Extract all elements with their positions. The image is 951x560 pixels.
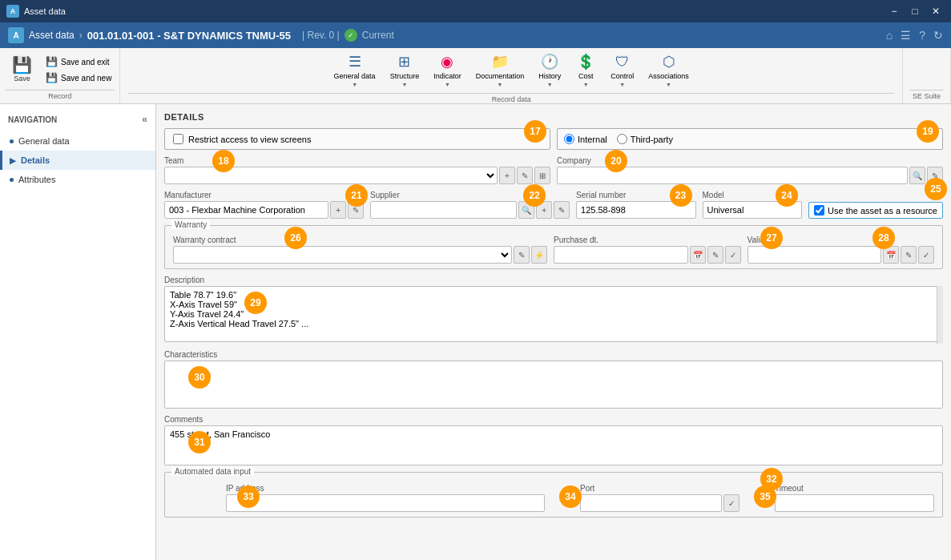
save-label: Save [14,75,30,83]
model-input[interactable] [703,201,803,219]
supplier-add-button[interactable]: + [536,201,552,219]
supplier-input[interactable] [370,201,517,219]
history-button[interactable]: 🕐 History ▼ [533,49,566,91]
window-controls: − □ ✕ [885,4,945,18]
radio-third-party[interactable]: Third-party [617,134,673,144]
breadcrumb-parent[interactable]: Asset data [29,30,75,41]
manufacturer-field-group: 21 Manufacturer + ✎ [164,191,364,219]
warranty-legend: Warranty [171,220,210,229]
use-asset-checkbox[interactable]: Use the asset as a resource [808,202,943,219]
radio-internal-label: Internal [578,135,607,144]
team-field-group: Team + ✎ ⊞ [164,156,550,184]
validity-input[interactable] [748,246,882,264]
ip-address-label: IP address [226,484,545,493]
associations-button[interactable]: ⬡ Associations ▼ [643,49,695,91]
port-input[interactable] [580,494,722,512]
save-button[interactable]: 💾 Save [5,51,39,87]
purchase-date-check-button[interactable]: ✓ [725,246,741,264]
maximize-button[interactable]: □ [906,4,924,18]
supplier-label: Supplier [370,191,570,199]
general-data-button[interactable]: ☰ General data ▼ [328,49,381,91]
manufacturer-edit-button[interactable]: ✎ [348,201,364,219]
serial-number-label: Serial number [576,191,695,199]
save-exit-button[interactable]: 💾 Save and exit [42,54,115,69]
manufacturer-add-button[interactable]: + [330,201,346,219]
radio-third-party-label: Third-party [631,135,673,144]
save-new-button[interactable]: 💾 Save and new [42,71,115,85]
app-icon: A [6,5,19,18]
warranty-lightning-button[interactable]: ⚡ [531,246,547,264]
sidebar-collapse-button[interactable]: « [142,114,147,125]
serial-number-input[interactable] [576,201,695,219]
minimize-button[interactable]: − [885,4,903,18]
timeout-input[interactable] [775,494,934,512]
validity-edit-button[interactable]: ✎ [901,246,917,264]
team-edit-button[interactable]: ✎ [517,167,533,184]
warranty-contract-select[interactable] [173,246,512,264]
structure-button[interactable]: ⊞ Structure ▼ [385,49,425,91]
indicator-label: Indicator [433,72,461,80]
port-check-button[interactable]: ✓ [723,494,739,512]
general-data-label: General data [334,72,376,80]
use-asset-input[interactable] [814,205,824,216]
purchase-date-input[interactable] [554,246,688,264]
close-button[interactable]: ✕ [927,4,945,18]
save-new-icon: 💾 [46,72,58,83]
warranty-contract-input-group: ✎ ⚡ [173,246,547,264]
control-button[interactable]: 🛡 Control ▼ [605,50,639,91]
cost-button[interactable]: 💲 Cost ▼ [570,49,602,91]
supplier-search-button[interactable]: 🔍 [518,201,534,219]
validity-check-button[interactable]: ✓ [918,246,934,264]
indicator-button[interactable]: ◉ Indicator ▼ [428,49,467,91]
radio-internal[interactable]: Internal [564,134,607,144]
nav-refresh-icon[interactable]: ↻ [933,29,943,42]
sidebar-item-attributes[interactable]: Attributes [0,170,155,189]
comments-label: Comments [164,415,943,424]
company-search-button[interactable]: 🔍 [909,167,925,184]
characteristics-area [164,361,943,409]
structure-icon: ⊞ [398,53,410,71]
ip-address-input[interactable] [226,494,545,512]
history-icon: 🕐 [541,53,558,71]
timeout-field-group: Timeout [775,484,934,512]
supplier-edit-button[interactable]: ✎ [554,201,570,219]
purchase-date-edit-button[interactable]: ✎ [707,246,723,264]
nav-help-icon[interactable]: ? [919,29,925,42]
characteristics-label: Characteristics [164,350,943,359]
restrict-access-checkbox[interactable] [173,134,183,144]
access-type-group: Internal Third-party [557,128,943,150]
automated-legend: Automated data input [171,467,254,476]
validity-calendar-button[interactable]: 📅 [883,246,899,264]
nav-home-icon[interactable]: ⌂ [886,29,893,42]
save-exit-label: Save and exit [61,58,110,66]
toolbar: 💾 Save 💾 Save and exit 💾 Save and new Re… [0,48,951,104]
comments-field-group: Comments 455 street, San Francisco [164,415,943,465]
company-label: Company [557,156,943,165]
sidebar-item-details[interactable]: ▶ Details [0,151,155,170]
restrict-access-label: Restrict access to view screens [188,135,311,144]
comments-textarea[interactable]: 455 street, San Francisco [164,425,943,465]
purchase-date-label: Purchase dt. [554,236,741,244]
supplier-input-group: 🔍 + ✎ [370,201,570,219]
cost-label: Cost [578,72,594,80]
nav-list-icon[interactable]: ☰ [901,29,911,42]
team-search-button[interactable]: ⊞ [534,167,550,184]
description-textarea[interactable]: Table 78.7" 19.6" X-Axis Travel 59" Y-Ax… [164,286,943,342]
purchase-date-calendar-button[interactable]: 📅 [690,246,706,264]
purchase-date-field-group: Purchase dt. 📅 ✎ ✓ [554,236,741,264]
warranty-edit-button[interactable]: ✎ [514,246,530,264]
team-select[interactable] [164,167,498,184]
company-edit-button[interactable]: ✎ [927,167,943,184]
company-input-group: 🔍 ✎ [557,167,943,184]
save-new-label: Save and new [61,74,111,83]
model-field-group: 24 Model [703,191,803,219]
model-label: Model [703,191,803,199]
section-title: DETAILS [164,112,943,122]
title-bar: A Asset data − □ ✕ [0,0,951,22]
manufacturer-label: Manufacturer [164,191,364,199]
company-input[interactable] [557,167,908,184]
sidebar-item-general-data[interactable]: General data [0,131,155,151]
documentation-button[interactable]: 📁 Documentation ▼ [470,49,530,91]
manufacturer-input[interactable] [164,201,328,219]
team-add-button[interactable]: + [499,167,515,184]
